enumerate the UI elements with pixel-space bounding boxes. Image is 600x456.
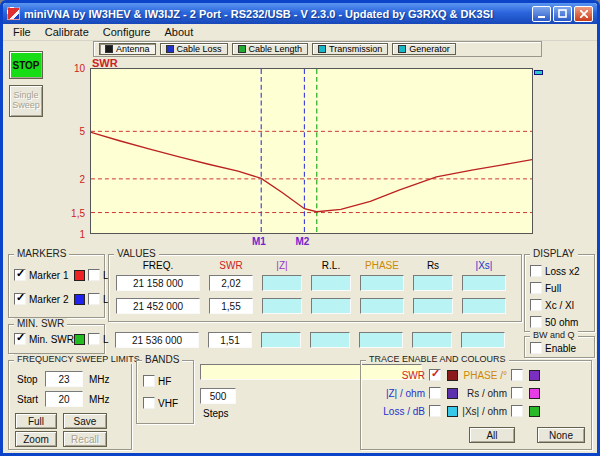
marker2-checkbox[interactable]: [14, 293, 26, 305]
loss-x2-label: Loss x2: [545, 266, 579, 277]
trace-checkbox-swr[interactable]: [429, 369, 441, 381]
swr-field: 2,02: [209, 275, 253, 291]
col-header-rl: R.L.: [311, 260, 351, 271]
stop-frequency-field[interactable]: 23: [45, 371, 83, 387]
mode-button-cable-length[interactable]: Cable Length: [232, 43, 309, 55]
minimize-button[interactable]: [532, 6, 551, 22]
stop-button[interactable]: STOP: [9, 51, 43, 79]
freq-field: 21 536 000: [115, 332, 199, 348]
col-header-z: |Z|: [262, 260, 302, 271]
marker-labels: M1M2: [90, 236, 533, 248]
menu-calibrate[interactable]: Calibrate: [38, 25, 96, 39]
phase-field: [360, 298, 404, 314]
zoom-button[interactable]: Zoom: [15, 431, 57, 447]
mode-button-cable-loss[interactable]: Cable Loss: [160, 43, 228, 55]
display-option-row: Xc / Xl: [530, 299, 574, 311]
menu-about[interactable]: About: [157, 25, 200, 39]
z-field: [261, 332, 301, 348]
marker2-label: Marker 2: [29, 294, 71, 305]
hf-checkbox[interactable]: [143, 375, 155, 387]
menu-file[interactable]: File: [6, 25, 38, 39]
xc-xl-checkbox[interactable]: [530, 299, 542, 311]
phase-field: [359, 332, 403, 348]
fifty-ohm-checkbox[interactable]: [530, 316, 542, 328]
rs-field: [413, 298, 453, 314]
client-area: STOP Single Sweep Antenna Cable Loss Cab…: [3, 41, 597, 453]
marker1-row: Marker 1 L: [14, 269, 109, 281]
band-row: VHF: [143, 397, 178, 409]
trace-swatch-loss[interactable]: [447, 406, 458, 417]
trace-swatch-rs[interactable]: [529, 388, 540, 399]
min-swr-values-row: 21 536 000 1,51: [115, 332, 505, 348]
bw-q-enable-checkbox[interactable]: [530, 342, 542, 354]
marker2-color-swatch[interactable]: [74, 294, 85, 305]
swr-field: 1,51: [208, 332, 252, 348]
trace-row: SWR PHASE /°: [361, 369, 591, 383]
marker2-l-checkbox[interactable]: [88, 293, 100, 305]
rs-field: [412, 332, 452, 348]
mode-button-antenna[interactable]: Antenna: [99, 43, 156, 55]
values-panel-title: VALUES: [114, 248, 159, 259]
col-header-freq: FREQ.: [116, 260, 200, 271]
values-panel: VALUES FREQ. SWR |Z| R.L. PHASE Rs |Xs| …: [108, 254, 522, 322]
trace-row: Loss / dB |Xs| / ohm: [361, 405, 591, 419]
marker1-checkbox[interactable]: [14, 269, 26, 281]
steps-field[interactable]: 500: [200, 388, 236, 404]
display-panel-title: DISPLAY: [530, 248, 578, 259]
trace-swatch-phase[interactable]: [529, 370, 540, 381]
start-frequency-field[interactable]: 20: [45, 391, 83, 407]
loss-x2-checkbox[interactable]: [530, 265, 542, 277]
trace-panel-title: TRACE ENABLE AND COLOURS: [366, 354, 509, 364]
freq-field[interactable]: 21 158 000: [116, 275, 200, 291]
mode-button-transmission[interactable]: Transmission: [312, 43, 388, 55]
trace-checkbox-phase[interactable]: [511, 369, 523, 381]
display-panel: DISPLAY Loss x2 Full Xc / Xl 50 ohm: [524, 254, 595, 332]
trace-all-button[interactable]: All: [469, 427, 515, 443]
trace-row: |Z| / ohm Rs / ohm: [361, 387, 591, 401]
trace-checkbox-rs[interactable]: [511, 387, 523, 399]
min-swr-panel-title: MIN. SWR: [14, 318, 67, 329]
min-swr-l-checkbox[interactable]: [88, 333, 100, 345]
z-field: [262, 275, 302, 291]
y-axis-labels: 10521,51: [57, 68, 87, 244]
swr-plot[interactable]: [90, 68, 533, 234]
close-button[interactable]: [574, 6, 593, 22]
fifty-ohm-label: 50 ohm: [545, 317, 578, 328]
maximize-button[interactable]: [553, 6, 572, 22]
y-tick-label: 1,5: [57, 208, 85, 219]
save-button[interactable]: Save: [63, 413, 107, 429]
recall-button[interactable]: Recall: [63, 431, 107, 447]
full-button[interactable]: Full: [15, 413, 57, 429]
marker1-l-checkbox[interactable]: [88, 269, 100, 281]
z-field: [262, 298, 302, 314]
y-tick-label: 2: [57, 174, 85, 185]
rl-field: [310, 332, 350, 348]
freq-field[interactable]: 21 452 000: [116, 298, 200, 314]
full-checkbox[interactable]: [530, 282, 542, 294]
mode-button-generator[interactable]: Generator: [392, 43, 456, 55]
swr-field: 1,55: [209, 298, 253, 314]
menu-configure[interactable]: Configure: [96, 25, 158, 39]
bw-q-enable-label: Enable: [545, 343, 576, 354]
trace-checkbox-z[interactable]: [429, 387, 441, 399]
marker-label: M1: [252, 236, 266, 247]
bw-q-panel: BW and Q Enable: [524, 336, 595, 358]
y-tick-label: 10: [57, 63, 85, 74]
swr-chart-svg: [91, 69, 532, 233]
steps-label: Steps: [203, 408, 229, 419]
generator-icon: [398, 45, 406, 53]
single-sweep-button[interactable]: Single Sweep: [9, 85, 43, 117]
marker1-values-row: 21 158 000 2,02: [116, 275, 506, 291]
vhf-checkbox[interactable]: [143, 397, 155, 409]
trace-checkbox-xs[interactable]: [511, 405, 523, 417]
trace-swatch-z[interactable]: [447, 388, 458, 399]
trace-none-button[interactable]: None: [537, 427, 585, 443]
stop-label: Stop: [17, 374, 38, 385]
trace-checkbox-loss[interactable]: [429, 405, 441, 417]
marker1-color-swatch[interactable]: [74, 270, 85, 281]
min-swr-color-swatch[interactable]: [74, 334, 85, 345]
menubar: File Calibrate Configure About: [3, 24, 597, 41]
trace-swatch-xs[interactable]: [529, 406, 540, 417]
trace-swatch-swr[interactable]: [447, 370, 458, 381]
min-swr-checkbox[interactable]: [14, 333, 26, 345]
